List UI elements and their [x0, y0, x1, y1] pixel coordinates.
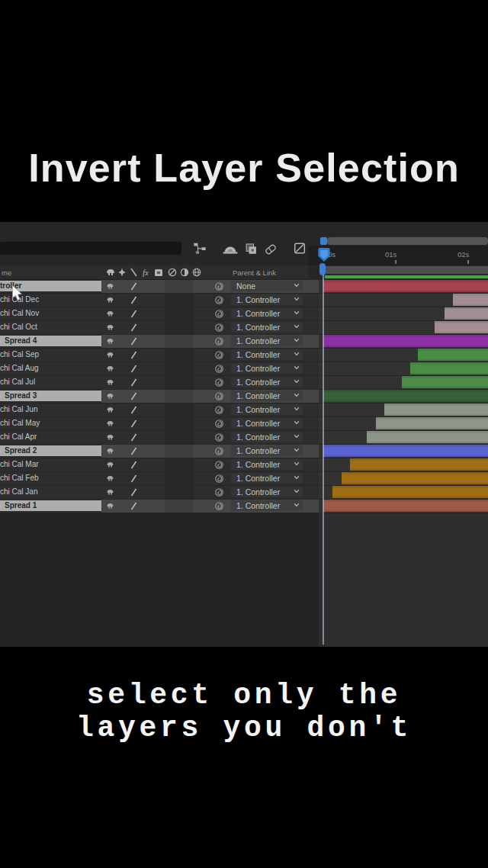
svg-text:fx: fx: [143, 268, 149, 277]
